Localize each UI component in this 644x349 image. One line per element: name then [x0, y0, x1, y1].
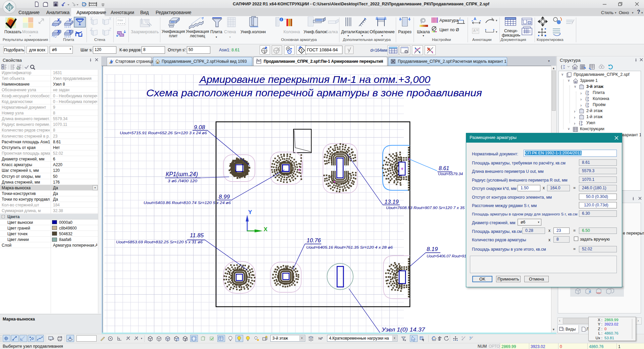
svg-text:Uout=5403.86 Rout=810.74 Sr=12: Uout=5403.86 Rout=810.74 Sr=120 5 x 24 ø…	[144, 201, 231, 205]
svg-text:№: №	[318, 337, 322, 340]
svg-text:КР1(шт.24): КР1(шт.24)	[166, 171, 198, 178]
svg-text:X: X	[57, 17, 60, 22]
svg-text:i: i	[281, 18, 282, 21]
svg-text:1: 1	[263, 48, 265, 50]
svg-text:{: {	[561, 64, 562, 69]
svg-text:Z: Z	[108, 27, 111, 32]
svg-text:10.76: 10.76	[307, 237, 321, 244]
svg-text:Uout=6853.69 Rout=832.25 Sr=12: Uout=6853.69 Rout=832.25 Sr=120 5 x 31 ø…	[116, 240, 203, 244]
svg-text:Y: Y	[248, 209, 252, 215]
svg-text:Схема расположения поперечной: Схема расположения поперечной арматуры в…	[146, 88, 482, 98]
svg-text:13.19: 13.19	[384, 199, 399, 205]
svg-text:▾: ▾	[496, 19, 497, 22]
svg-text:Узел 1(0) 14.37: Узел 1(0) 14.37	[381, 327, 425, 333]
svg-text:▾: ▾	[496, 30, 497, 34]
svg-text:Uout=5579.34: Uout=5579.34	[438, 172, 463, 176]
svg-text:8.19: 8.19	[427, 246, 438, 252]
svg-text:max: max	[117, 18, 123, 22]
svg-text:A: A	[474, 17, 476, 21]
svg-text:x: x	[126, 337, 127, 339]
svg-text:X: X	[57, 29, 60, 34]
svg-text:{: {	[579, 120, 581, 126]
svg-text:9.08: 9.08	[194, 124, 205, 131]
svg-text:Z: Z	[90, 27, 93, 32]
svg-text:8.61: 8.61	[439, 165, 449, 171]
svg-text:X: X	[90, 17, 93, 21]
svg-text:11.85: 11.85	[190, 232, 204, 239]
svg-text:y: y	[137, 337, 138, 339]
svg-text:A: A	[473, 29, 476, 33]
svg-text:2: 2	[265, 51, 266, 53]
svg-text:!: !	[301, 48, 303, 53]
svg-text:M: M	[476, 29, 478, 31]
svg-text:Uout=5715.91 Rout=652.26 Sr=12: Uout=5715.91 Rout=652.26 Sr=120 3 x 24 ø…	[120, 131, 207, 135]
svg-text:{: {	[585, 102, 587, 107]
svg-text:I: I	[460, 17, 461, 20]
svg-text:Y: Y	[68, 29, 72, 34]
svg-text:X: X	[264, 226, 268, 233]
svg-text:8.99: 8.99	[219, 194, 230, 200]
svg-text:3 ø6 Л400 120: 3 ø6 Л400 120	[168, 179, 198, 183]
svg-text:Uout=6405.16 Rout=761.35 Sr=12: Uout=6405.16 Rout=761.35 Sr=120 4 x 28 ø…	[306, 245, 393, 249]
svg-text:{: {	[585, 96, 587, 101]
svg-text:Y: Y	[68, 17, 72, 22]
svg-text:Армирование перекрытия Пм-1 на: Армирование перекрытия Пм-1 на отм.+3,00…	[199, 74, 430, 85]
svg-text:X: X	[108, 17, 112, 21]
svg-text:Uout=7608.53 Rout=907.90 Sr=12: Uout=7608.53 Rout=907.90 Sr=120 7 x 35 ø…	[386, 206, 471, 210]
svg-text:{: {	[585, 90, 587, 95]
